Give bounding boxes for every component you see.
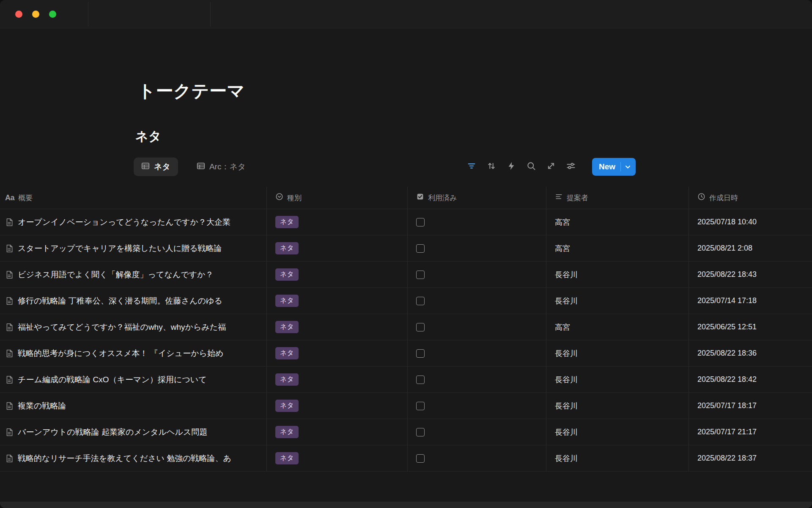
table-row[interactable]: 戦略的思考が身につくオススメ本！ 『イシューから始め ネタ 長谷川 2025/0… (0, 340, 812, 367)
row-checkbox[interactable] (416, 323, 425, 331)
search-button[interactable] (525, 160, 538, 173)
chevron-down-icon[interactable] (625, 163, 631, 171)
cell-type[interactable]: ネタ (267, 262, 408, 287)
cell-proposer[interactable]: 高宮 (546, 314, 689, 340)
row-title[interactable]: チーム編成の戦略論 CxO（キーマン）採用について (18, 374, 207, 385)
cell-proposer[interactable]: 長谷川 (546, 445, 689, 471)
row-tag[interactable]: ネタ (275, 268, 299, 281)
row-tag[interactable]: ネタ (275, 216, 299, 228)
cell-summary[interactable]: スタートアップでキャリアを構築したい人に贈る戦略論 (0, 235, 267, 261)
row-checkbox[interactable] (416, 428, 425, 436)
row-tag[interactable]: ネタ (275, 426, 299, 438)
row-tag[interactable]: ネタ (275, 347, 299, 359)
row-checkbox[interactable] (416, 271, 425, 279)
cell-proposer[interactable]: 長谷川 (546, 419, 689, 445)
cell-type[interactable]: ネタ (267, 235, 408, 261)
column-header-created[interactable]: 作成日時 (689, 187, 812, 209)
cell-summary[interactable]: 修行の戦略論 丁稚奉公、深く潜る期間。佐藤さんのゆる (0, 288, 267, 314)
row-title[interactable]: 複業の戦略論 (18, 400, 66, 411)
table-row[interactable]: 複業の戦略論 ネタ 長谷川 2025/07/17 18:17 (0, 393, 812, 419)
view-tab-neta[interactable]: ネタ (134, 157, 178, 176)
cell-proposer[interactable]: 長谷川 (546, 288, 689, 314)
cell-created[interactable]: 2025/08/21 2:08 (689, 235, 812, 261)
cell-used[interactable] (408, 340, 546, 366)
cell-used[interactable] (408, 262, 546, 287)
cell-type[interactable]: ネタ (267, 340, 408, 366)
row-checkbox[interactable] (416, 375, 425, 384)
row-tag[interactable]: ネタ (275, 242, 299, 254)
cell-summary[interactable]: ビジネス用語でよく聞く「解像度」ってなんですか？ (0, 262, 267, 287)
table-row[interactable]: 修行の戦略論 丁稚奉公、深く潜る期間。佐藤さんのゆる ネタ 長谷川 2025/0… (0, 288, 812, 314)
cell-summary[interactable]: 戦略的思考が身につくオススメ本！ 『イシューから始め (0, 340, 267, 366)
row-title[interactable]: オープンイノベーションってどうなったんですか？大企業 (18, 217, 230, 228)
expand-button[interactable] (545, 160, 557, 173)
view-tab-arc-neta[interactable]: Arc：ネタ (189, 157, 253, 176)
cell-used[interactable] (408, 209, 546, 235)
automation-button[interactable] (505, 160, 518, 173)
cell-proposer[interactable]: 長谷川 (546, 262, 689, 287)
column-header-summary[interactable]: Aa 概要 (0, 187, 267, 209)
cell-proposer[interactable]: 長谷川 (546, 367, 689, 392)
row-checkbox[interactable] (416, 244, 425, 253)
row-tag[interactable]: ネタ (275, 295, 299, 307)
cell-used[interactable] (408, 393, 546, 419)
table-row[interactable]: 戦略的なリサーチ手法を教えてください 勉強の戦略論、あ ネタ 長谷川 2025/… (0, 445, 812, 472)
sort-button[interactable] (485, 160, 498, 173)
close-button[interactable] (15, 11, 22, 18)
zoom-button[interactable] (49, 11, 56, 18)
cell-created[interactable]: 2025/06/25 12:51 (689, 314, 812, 340)
minimize-button[interactable] (32, 11, 39, 18)
row-title[interactable]: 戦略的思考が身につくオススメ本！ 『イシューから始め (18, 348, 224, 359)
cell-type[interactable]: ネタ (267, 288, 408, 314)
cell-type[interactable]: ネタ (267, 445, 408, 471)
cell-summary[interactable]: 福祉やってみてどうですか？福祉のwhy、whyからみた福 (0, 314, 267, 340)
row-title[interactable]: スタートアップでキャリアを構築したい人に贈る戦略論 (18, 243, 222, 254)
cell-proposer[interactable]: 長谷川 (546, 393, 689, 419)
cell-created[interactable]: 2025/07/17 21:17 (689, 419, 812, 445)
view-settings-button[interactable] (565, 160, 577, 173)
cell-type[interactable]: ネタ (267, 209, 408, 235)
cell-summary[interactable]: オープンイノベーションってどうなったんですか？大企業 (0, 209, 267, 235)
row-title[interactable]: 戦略的なリサーチ手法を教えてください 勉強の戦略論、あ (18, 453, 231, 464)
table-row[interactable]: バーンアウトの戦略論 起業家のメンタルヘルス問題 ネタ 長谷川 2025/07/… (0, 419, 812, 445)
database-title[interactable]: ネタ (135, 128, 161, 145)
row-checkbox[interactable] (416, 402, 425, 410)
cell-used[interactable] (408, 288, 546, 314)
column-header-type[interactable]: 種別 (267, 187, 408, 209)
column-header-proposer[interactable]: 提案者 (546, 187, 689, 209)
row-title[interactable]: バーンアウトの戦略論 起業家のメンタルヘルス問題 (18, 427, 208, 438)
cell-summary[interactable]: チーム編成の戦略論 CxO（キーマン）採用について (0, 367, 267, 392)
column-header-used[interactable]: 利用済み (408, 187, 546, 209)
table-row[interactable]: ビジネス用語でよく聞く「解像度」ってなんですか？ ネタ 長谷川 2025/08/… (0, 262, 812, 288)
cell-created[interactable]: 2025/07/14 17:18 (689, 288, 812, 314)
cell-proposer[interactable]: 長谷川 (546, 340, 689, 366)
cell-type[interactable]: ネタ (267, 314, 408, 340)
cell-used[interactable] (408, 445, 546, 471)
cell-created[interactable]: 2025/07/17 18:17 (689, 393, 812, 419)
cell-used[interactable] (408, 367, 546, 392)
cell-type[interactable]: ネタ (267, 419, 408, 445)
cell-used[interactable] (408, 235, 546, 261)
cell-proposer[interactable]: 高宮 (546, 209, 689, 235)
cell-created[interactable]: 2025/07/18 10:40 (689, 209, 812, 235)
row-tag[interactable]: ネタ (275, 321, 299, 333)
cell-summary[interactable]: バーンアウトの戦略論 起業家のメンタルヘルス問題 (0, 419, 267, 445)
cell-summary[interactable]: 戦略的なリサーチ手法を教えてください 勉強の戦略論、あ (0, 445, 267, 471)
filter-button[interactable] (465, 160, 478, 173)
row-title[interactable]: 修行の戦略論 丁稚奉公、深く潜る期間。佐藤さんのゆる (18, 295, 222, 306)
row-title[interactable]: ビジネス用語でよく聞く「解像度」ってなんですか？ (18, 269, 214, 280)
row-tag[interactable]: ネタ (275, 373, 299, 386)
row-checkbox[interactable] (416, 218, 425, 226)
cell-type[interactable]: ネタ (267, 393, 408, 419)
cell-used[interactable] (408, 314, 546, 340)
cell-created[interactable]: 2025/08/22 18:43 (689, 262, 812, 287)
table-row[interactable]: オープンイノベーションってどうなったんですか？大企業 ネタ 高宮 2025/07… (0, 209, 812, 235)
table-row[interactable]: チーム編成の戦略論 CxO（キーマン）採用について ネタ 長谷川 2025/08… (0, 367, 812, 393)
new-button[interactable]: New (592, 158, 636, 176)
cell-summary[interactable]: 複業の戦略論 (0, 393, 267, 419)
row-checkbox[interactable] (416, 297, 425, 305)
row-title[interactable]: 福祉やってみてどうですか？福祉のwhy、whyからみた福 (18, 322, 226, 333)
cell-proposer[interactable]: 高宮 (546, 235, 689, 261)
cell-created[interactable]: 2025/08/22 18:36 (689, 340, 812, 366)
row-tag[interactable]: ネタ (275, 400, 299, 412)
